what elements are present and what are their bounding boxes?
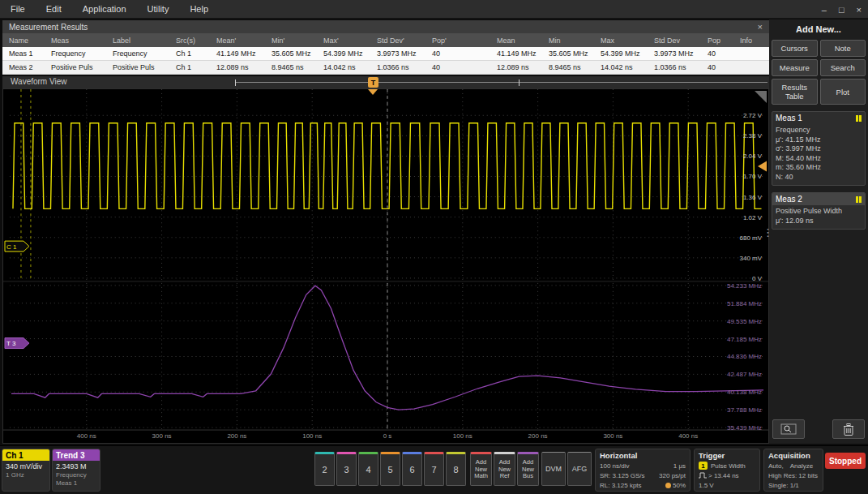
overview-mid-bracket[interactable] (519, 79, 520, 86)
menu-item-file[interactable]: File (0, 4, 36, 14)
add-channel-4-button[interactable]: 4 (358, 452, 378, 486)
trigger-position-flag[interactable]: T (368, 77, 378, 88)
column-header[interactable]: Mean (490, 37, 542, 45)
add-results-table-button[interactable]: Results Table (772, 79, 818, 105)
ch1-badge[interactable]: Ch 1 340 mV/div 1 GHz (2, 449, 50, 492)
intensity-icon (665, 483, 671, 488)
trend3-badge-title: Trend 3 (53, 449, 100, 461)
column-header[interactable]: Min' (265, 37, 317, 45)
volt-axis-label: 680 mV (740, 234, 763, 242)
volt-axis-label: 2.04 V (743, 152, 763, 160)
add-channel-3-button[interactable]: 3 (336, 452, 357, 486)
ch1-scale: 340 mV/div (2, 461, 49, 470)
add-new-title: Add New... (772, 24, 866, 34)
add-search-button[interactable]: Search (820, 59, 866, 76)
minimize-icon[interactable]: – (822, 5, 827, 15)
maximize-icon[interactable]: □ (839, 5, 844, 15)
add-new-bus-button[interactable]: AddNewBus (517, 452, 539, 486)
add-channel-6-button[interactable]: 6 (402, 452, 422, 486)
result-cell: 35.605 MHz (265, 49, 317, 58)
meas2-badge[interactable]: Meas 2 Positive Pulse Widthμ': 12.09 ns (772, 192, 866, 230)
meas2-body: Positive Pulse Widthμ': 12.09 ns (772, 205, 865, 229)
meas1-badge[interactable]: Meas 1 Frequencyμ': 41.15 MHzσ': 3.997 M… (772, 111, 866, 186)
column-header[interactable]: Mean' (210, 37, 265, 45)
add-measure-button[interactable]: Measure (772, 59, 818, 76)
menu-item-help[interactable]: Help (179, 4, 219, 14)
sidebar-footer (772, 419, 865, 439)
close-icon[interactable]: × (857, 5, 862, 15)
column-header[interactable]: Max' (317, 37, 370, 45)
add-channel-5-button[interactable]: 5 (380, 452, 400, 486)
waveform-svg: 2.72 V2.38 V2.04 V1.70 V1.36 V1.02 V680 … (3, 89, 768, 443)
stopped-button[interactable]: Stopped (825, 453, 866, 469)
panel-close-icon[interactable]: × (758, 22, 763, 32)
menu-item-application[interactable]: Application (72, 4, 137, 14)
result-cell: Meas 2 (2, 63, 45, 71)
add-channel-8-button[interactable]: 8 (446, 452, 466, 486)
trash-button[interactable] (832, 419, 865, 439)
volt-axis-label: 340 mV (740, 255, 763, 262)
zoom-box-button[interactable] (772, 419, 805, 439)
result-cell: 40 (701, 63, 733, 71)
freq-axis-label: 35.439 MHz (727, 424, 762, 432)
trigger-level-arrow[interactable] (758, 161, 767, 172)
result-cell: Ch 1 (169, 63, 210, 71)
column-header[interactable]: Pop (701, 37, 733, 45)
results-rows: Meas 1FrequencyFrequencyCh 141.149 MHz35… (2, 47, 769, 75)
record-overview-line (235, 82, 768, 83)
meas-stat-line: Frequency (776, 126, 862, 135)
meas-stat-line: M: 54.40 MHz (776, 154, 862, 164)
splitter-handle[interactable]: ⋮ (763, 227, 773, 238)
results-row-2[interactable]: Meas 2Positive PulsPositive PulsCh 112.0… (2, 61, 769, 75)
ch1-badge-title: Ch 1 (2, 449, 49, 461)
trend3-scale: 2.3493 M (53, 461, 100, 470)
column-header[interactable]: Std Dev' (370, 37, 425, 45)
result-cell: 3.9973 MHz (370, 49, 425, 58)
trigger-panel[interactable]: Trigger 1 Pulse Width > 13.44 ns 1.5 V (694, 449, 760, 492)
column-header[interactable]: Label (106, 37, 169, 45)
dvm-button[interactable]: DVM (541, 452, 566, 486)
add-new-math-button[interactable]: AddNewMath (470, 452, 492, 486)
menu-item-edit[interactable]: Edit (36, 4, 72, 14)
meas-stat-line: Positive Pulse Width (776, 207, 862, 217)
column-header[interactable]: Min (542, 37, 594, 45)
ch1-bandwidth: 1 GHz (2, 470, 49, 479)
results-header-row: NameMeasLabelSrc(s)Mean'Min'Max'Std Dev'… (2, 33, 769, 47)
column-header[interactable]: Src(s) (169, 37, 210, 45)
column-header[interactable]: Max (594, 37, 648, 45)
add-plot-button[interactable]: Plot (820, 79, 866, 105)
meas2-header: Meas 2 (772, 193, 865, 205)
draw-box-zoom-corner[interactable] (755, 91, 767, 103)
add-channel-2-button[interactable]: 2 (314, 452, 335, 486)
waveform-display[interactable]: 2.72 V2.38 V2.04 V1.70 V1.36 V1.02 V680 … (2, 88, 769, 444)
afg-button[interactable]: AFG (567, 452, 592, 486)
column-header[interactable]: Std Dev (648, 37, 701, 45)
measurement-results-panel: Measurement Results × NameMeasLabelSrc(s… (2, 20, 769, 75)
column-header[interactable]: Meas (45, 37, 106, 45)
horizontal-panel[interactable]: Horizontal 100 ns/div 1 μs SR: 3.125 GS/… (595, 449, 691, 492)
result-cell: Frequency (45, 49, 106, 58)
add-new-ref-button[interactable]: AddNewRef (494, 452, 515, 486)
result-cell: 35.605 MHz (542, 49, 594, 58)
column-header[interactable]: Name (2, 37, 45, 45)
meas2-title: Meas 2 (776, 195, 802, 204)
column-header[interactable]: Info (733, 37, 769, 45)
acquisition-mode: Auto, (768, 462, 784, 470)
freq-axis-label: 37.788 MHz (727, 406, 762, 414)
meas-stat-line: σ': 3.997 MHz (776, 144, 862, 154)
menu-item-utility[interactable]: Utility (137, 4, 180, 14)
window-controls: – □ × (822, 0, 862, 19)
trigger-type: Pulse Width (711, 462, 746, 470)
trigger-level: 1.5 V (699, 482, 714, 489)
trend3-badge[interactable]: Trend 3 2.3493 M Frequency Meas 1 (52, 449, 100, 492)
add-channel-7-button[interactable]: 7 (424, 452, 444, 486)
zoom-box-icon (780, 423, 797, 435)
result-cell: Positive Puls (45, 63, 106, 71)
trigger-position-tick[interactable] (368, 89, 378, 95)
results-row-1[interactable]: Meas 1FrequencyFrequencyCh 141.149 MHz35… (2, 47, 769, 61)
column-header[interactable]: Pop' (425, 37, 461, 45)
add-note-button[interactable]: Note (820, 40, 866, 57)
add-cursors-button[interactable]: Cursors (772, 40, 818, 57)
overview-left-bracket[interactable] (235, 79, 236, 86)
acquisition-panel[interactable]: Acquisition Auto, Analyze High Res: 12 b… (763, 449, 823, 492)
